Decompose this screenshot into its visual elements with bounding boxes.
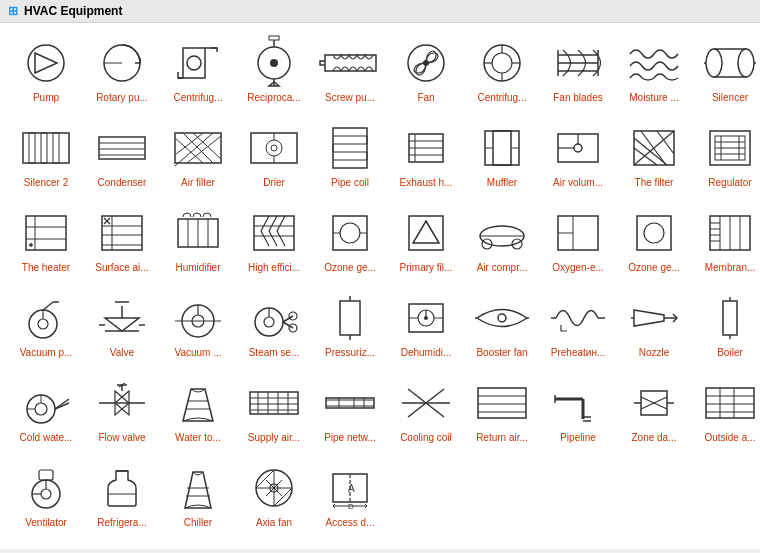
item-axia-fan-label: Axia fan bbox=[256, 517, 292, 529]
item-muffler[interactable]: Muffler bbox=[464, 116, 540, 201]
item-steam-se[interactable]: Steam se... bbox=[236, 286, 312, 371]
item-boiler[interactable]: Boiler bbox=[692, 286, 760, 371]
svg-rect-167 bbox=[723, 301, 737, 335]
item-pipe-coil-label: Pipe coil bbox=[331, 177, 369, 189]
item-screw-pump-label: Screw pu... bbox=[325, 92, 375, 104]
item-cooling-coil-label: Cooling coil bbox=[400, 432, 452, 444]
svg-text:D: D bbox=[348, 502, 354, 511]
item-centrifugal2-label: Centrifug... bbox=[478, 92, 527, 104]
item-booster-fan[interactable]: Booster fan bbox=[464, 286, 540, 371]
svg-line-45 bbox=[175, 138, 203, 163]
item-access-d[interactable]: D A Access d... bbox=[312, 456, 388, 541]
item-refrigera-label: Refrigera... bbox=[97, 517, 146, 529]
item-vacuum2[interactable]: Vacuum ... bbox=[160, 286, 236, 371]
item-chiller[interactable]: Chiller bbox=[160, 456, 236, 541]
item-cold-wate-label: Cold wate... bbox=[20, 432, 73, 444]
item-oxygen-e[interactable]: Oxygen-e... bbox=[540, 201, 616, 286]
svg-point-158 bbox=[424, 316, 428, 320]
item-air-volume[interactable]: Air volum... bbox=[540, 116, 616, 201]
item-valve-label: Valve bbox=[110, 347, 134, 359]
item-humidifier[interactable]: Humidifier bbox=[160, 201, 236, 286]
svg-marker-1 bbox=[35, 53, 57, 73]
svg-line-146 bbox=[283, 316, 293, 322]
item-fan-blades[interactable]: Fan blades bbox=[540, 31, 616, 116]
item-the-heater[interactable]: The heater bbox=[8, 201, 84, 286]
item-centrifugal[interactable]: Centrifug... bbox=[160, 31, 236, 116]
item-silencer2[interactable]: Silencer 2 bbox=[8, 116, 84, 201]
item-surface-ai[interactable]: Surface ai... bbox=[84, 201, 160, 286]
item-cooling-coil[interactable]: Cooling coil bbox=[388, 371, 464, 456]
item-nozzle-label: Nozzle bbox=[639, 347, 670, 359]
item-outside-a[interactable]: Outside a... bbox=[692, 371, 760, 456]
item-preheatin[interactable]: Preheatин... bbox=[540, 286, 616, 371]
item-primary-fil[interactable]: Primary fil... bbox=[388, 201, 464, 286]
svg-point-222 bbox=[41, 489, 51, 499]
item-drier[interactable]: Drier bbox=[236, 116, 312, 201]
svg-marker-164 bbox=[634, 310, 664, 326]
icon-grid: Pump Rotary pu... Centrifug... bbox=[0, 23, 760, 549]
svg-point-72 bbox=[574, 144, 582, 152]
item-regulator[interactable]: Regulator bbox=[692, 116, 760, 201]
item-water-to[interactable]: Water to... bbox=[160, 371, 236, 456]
item-pump-label: Pump bbox=[33, 92, 59, 104]
item-cold-wate[interactable]: Cold wate... bbox=[8, 371, 84, 456]
item-membran-label: Membran... bbox=[705, 262, 756, 274]
item-screw-pump[interactable]: Screw pu... bbox=[312, 31, 388, 116]
item-humidifier-label: Humidifier bbox=[175, 262, 220, 274]
item-valve[interactable]: Valve bbox=[84, 286, 160, 371]
svg-point-119 bbox=[644, 223, 664, 243]
svg-rect-36 bbox=[41, 133, 47, 163]
item-high-effici[interactable]: High effici... bbox=[236, 201, 312, 286]
item-flow-valve-label: Flow valve bbox=[98, 432, 145, 444]
item-pipeline[interactable]: Pipeline bbox=[540, 371, 616, 456]
item-pipe-coil[interactable]: Pipe coil bbox=[312, 116, 388, 201]
item-zone-da[interactable]: Zone da... bbox=[616, 371, 692, 456]
item-air-filter[interactable]: Air filter bbox=[160, 116, 236, 201]
svg-line-48 bbox=[187, 136, 221, 163]
item-vacuum2-label: Vacuum ... bbox=[174, 347, 221, 359]
item-fan[interactable]: Fan bbox=[388, 31, 464, 116]
item-flow-valve[interactable]: Flow valve bbox=[84, 371, 160, 456]
item-fan-blades-label: Fan blades bbox=[553, 92, 602, 104]
item-silencer[interactable]: Silencer bbox=[692, 31, 760, 116]
item-pipe-netw-label: Pipe netw... bbox=[324, 432, 376, 444]
item-condenser[interactable]: Condenser bbox=[84, 116, 160, 201]
item-booster-fan-label: Booster fan bbox=[476, 347, 527, 359]
item-refrigera[interactable]: Refrigera... bbox=[84, 456, 160, 541]
item-ozone-ge[interactable]: Ozone ge... bbox=[312, 201, 388, 286]
item-reciprocal[interactable]: Reciproca... bbox=[236, 31, 312, 116]
item-return-air[interactable]: Return air... bbox=[464, 371, 540, 456]
item-the-filter[interactable]: The filter bbox=[616, 116, 692, 201]
item-pump[interactable]: Pump bbox=[8, 31, 84, 116]
item-dehumidi[interactable]: Dehumidi... bbox=[388, 286, 464, 371]
item-boiler-label: Boiler bbox=[717, 347, 743, 359]
svg-rect-54 bbox=[333, 128, 367, 168]
item-pipe-netw[interactable]: Pipe netw... bbox=[312, 371, 388, 456]
item-access-d-label: Access d... bbox=[326, 517, 375, 529]
svg-point-13 bbox=[270, 59, 278, 67]
item-membran[interactable]: Membran... bbox=[692, 201, 760, 286]
svg-rect-10 bbox=[269, 36, 279, 40]
item-ventilator[interactable]: Ventilator bbox=[8, 456, 84, 541]
item-exhaust-h[interactable]: Exhaust h... bbox=[388, 116, 464, 201]
item-centrifugal2[interactable]: Centrifug... bbox=[464, 31, 540, 116]
item-moisture[interactable]: Moisture ... bbox=[616, 31, 692, 116]
item-moisture-label: Moisture ... bbox=[629, 92, 678, 104]
item-pressuriz[interactable]: Pressuriz... bbox=[312, 286, 388, 371]
item-axia-fan[interactable]: Axia fan bbox=[236, 456, 312, 541]
item-dehumidi-label: Dehumidi... bbox=[401, 347, 452, 359]
item-vacuum-p[interactable]: Vacuum p... bbox=[8, 286, 84, 371]
svg-rect-68 bbox=[493, 131, 511, 165]
item-exhaust-h-label: Exhaust h... bbox=[400, 177, 453, 189]
item-supply-air[interactable]: Supply air... bbox=[236, 371, 312, 456]
item-nozzle[interactable]: Nozzle bbox=[616, 286, 692, 371]
item-rotary-pump[interactable]: Rotary pu... bbox=[84, 31, 160, 116]
item-supply-air-label: Supply air... bbox=[248, 432, 300, 444]
svg-marker-135 bbox=[105, 318, 139, 331]
item-reciprocal-label: Reciproca... bbox=[247, 92, 300, 104]
svg-point-159 bbox=[498, 314, 506, 322]
item-air-compr[interactable]: Air compr... bbox=[464, 201, 540, 286]
item-ozone-ge2[interactable]: Ozone ge... bbox=[616, 201, 692, 286]
svg-marker-110 bbox=[413, 221, 439, 243]
svg-point-28 bbox=[706, 49, 722, 77]
